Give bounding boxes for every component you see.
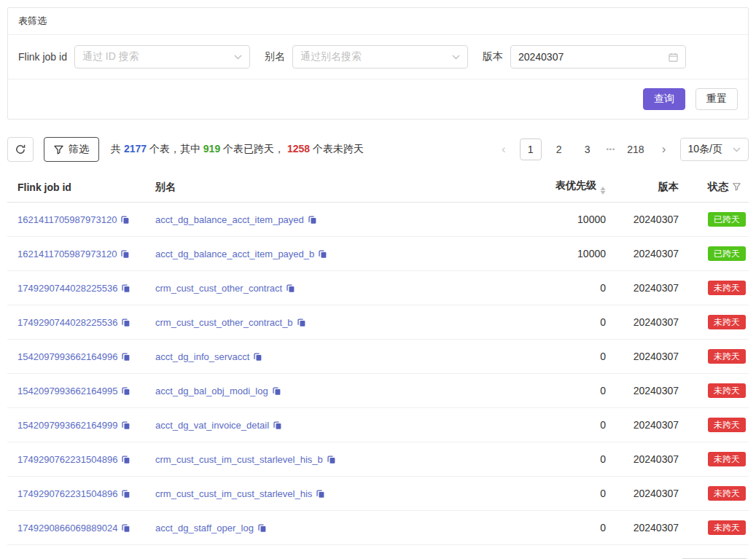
alias-cell: acct_dg_info_servacct (149, 340, 502, 374)
version-date-value: 20240307 (518, 51, 564, 63)
status-badge: 未跨天 (708, 349, 746, 364)
version-cell: 20240307 (612, 477, 685, 511)
flink-job-id-placeholder: 通过 ID 搜索 (82, 50, 139, 63)
column-flink-job-id: Flink job id (7, 172, 149, 203)
copy-icon[interactable] (253, 352, 262, 361)
version-date-input[interactable]: 20240307 (510, 45, 686, 69)
job-id-cell: 1542097993662164995 (7, 374, 149, 408)
job-id-link[interactable]: 1542097993662164996 (17, 351, 117, 362)
status-badge: 未跨天 (708, 315, 746, 329)
page-button-218[interactable]: 218 (623, 138, 647, 160)
column-priority[interactable]: 表优先级 (502, 172, 612, 203)
status-cell: 未跨天 (685, 442, 749, 477)
calendar-icon (669, 52, 678, 62)
copy-icon[interactable] (121, 523, 130, 533)
table-header-row: Flink job id 别名 表优先级 版本 状态 (7, 172, 749, 203)
page-button-2[interactable]: 2 (548, 138, 570, 160)
status-badge: 未跨天 (708, 383, 746, 398)
copy-icon[interactable] (297, 318, 306, 327)
alias-cell: crm_cust_cust_im_cust_starlevel_his (149, 477, 502, 511)
version-cell: 20240307 (612, 408, 685, 442)
status-badge: 已跨天 (708, 212, 746, 227)
filter-button[interactable]: 筛选 (44, 137, 99, 162)
version-cell: 20240307 (612, 237, 685, 271)
filter-button-label: 筛选 (69, 143, 89, 156)
alias-link[interactable]: crm_cust_cust_im_cust_starlevel_his_b (155, 454, 323, 465)
job-id-link[interactable]: 1749290744028225536 (17, 317, 117, 328)
job-id-cell: 1749290762231504896 (7, 477, 149, 511)
copy-icon[interactable] (286, 284, 295, 293)
copy-icon[interactable] (316, 489, 325, 499)
copy-icon[interactable] (273, 421, 282, 430)
job-id-link[interactable]: 1621411705987973120 (17, 214, 117, 225)
job-id-link[interactable]: 1621411705987973120 (17, 249, 117, 259)
job-id-cell: 1749290744028225536 (7, 305, 149, 340)
copy-icon[interactable] (121, 489, 130, 499)
toolbar: 筛选 共 2177 个表，其中 919 个表已跨天， 1258 个表未跨天 ‹1… (7, 137, 749, 162)
status-cell: 未跨天 (685, 340, 749, 374)
alias-link[interactable]: acct_dg_balance_acct_item_payed (155, 214, 304, 225)
copy-icon[interactable] (121, 284, 130, 293)
job-id-link[interactable]: 1542097993662164995 (17, 386, 117, 396)
job-id-link[interactable]: 1749290866069889024 (17, 523, 117, 533)
reset-button[interactable]: 重置 (695, 88, 738, 110)
alias-cell: acct_dg_bal_obj_modi_log (149, 374, 502, 408)
prev-page-button[interactable]: ‹ (494, 138, 513, 160)
copy-icon[interactable] (272, 386, 281, 396)
column-alias: 别名 (149, 172, 502, 203)
chevron-down-icon (733, 147, 741, 152)
job-id-link[interactable]: 1749290762231504896 (17, 454, 117, 465)
alias-cell: acct_dg_vat_invoice_detail (149, 408, 502, 442)
priority-cell: 10000 (502, 237, 612, 271)
version-cell: 20240307 (612, 271, 685, 305)
copy-icon[interactable] (121, 386, 130, 396)
refresh-button[interactable] (7, 137, 34, 162)
job-id-link[interactable]: 1749290762231504896 (17, 488, 117, 499)
copy-icon[interactable] (327, 455, 336, 464)
copy-icon[interactable] (121, 455, 130, 464)
alias-link[interactable]: crm_cust_cust_other_contract_b (155, 317, 293, 328)
status-badge: 未跨天 (708, 418, 746, 432)
priority-cell: 0 (502, 408, 612, 442)
alias-link[interactable]: acct_dg_balance_acct_item_payed_b (155, 249, 314, 259)
field-alias: 别名 通过别名搜索 (265, 45, 468, 69)
flink-job-id-label: Flink job id (18, 51, 67, 63)
alias-link[interactable]: acct_dg_vat_invoice_detail (155, 420, 269, 431)
copy-icon[interactable] (257, 523, 267, 533)
job-id-link[interactable]: 1749290744028225536 (17, 283, 117, 294)
alias-cell: crm_cust_cust_other_contract (149, 271, 502, 305)
alias-select[interactable]: 通过别名搜索 (292, 45, 468, 69)
page-button-1[interactable]: 1 (520, 138, 542, 160)
copy-icon[interactable] (120, 249, 130, 259)
copy-icon[interactable] (121, 421, 130, 430)
status-filter-icon[interactable] (733, 183, 741, 191)
alias-link[interactable]: acct_dg_staff_oper_log (155, 523, 254, 533)
alias-link[interactable]: acct_dg_bal_obj_modi_log (155, 386, 268, 396)
flink-job-id-select[interactable]: 通过 ID 搜索 (74, 45, 250, 69)
copy-icon[interactable] (308, 215, 317, 224)
copy-icon[interactable] (121, 318, 130, 327)
next-page-button[interactable]: › (655, 138, 674, 160)
copy-icon[interactable] (121, 352, 130, 361)
alias-placeholder: 通过别名搜索 (300, 50, 362, 63)
filter-panel: 表筛选 Flink job id 通过 ID 搜索 别名 通过别名搜索 版本 (7, 7, 749, 120)
sort-icon[interactable] (600, 187, 606, 195)
copy-icon[interactable] (318, 249, 327, 259)
alias-link[interactable]: acct_dg_info_servacct (155, 351, 249, 362)
page-button-3[interactable]: 3 (577, 138, 599, 160)
page-ellipsis: ••• (605, 146, 617, 153)
copy-icon[interactable] (120, 215, 130, 224)
version-cell: 20240307 (612, 374, 685, 408)
alias-cell: acct_dg_staff_oper_log (149, 511, 502, 545)
status-cell: 未跨天 (685, 374, 749, 408)
query-button[interactable]: 查询 (643, 88, 685, 110)
status-badge: 未跨天 (708, 520, 746, 535)
alias-label: 别名 (265, 50, 285, 63)
page-size-select[interactable]: 10条/页 (680, 138, 749, 161)
version-cell: 20240307 (612, 511, 685, 545)
job-id-cell: 1749290866069889024 (7, 511, 149, 545)
job-id-link[interactable]: 1542097993662164999 (17, 420, 117, 431)
summary-mid1: 个表，其中 (147, 143, 203, 155)
alias-link[interactable]: crm_cust_cust_other_contract (155, 283, 282, 294)
alias-link[interactable]: crm_cust_cust_im_cust_starlevel_his (155, 488, 312, 499)
